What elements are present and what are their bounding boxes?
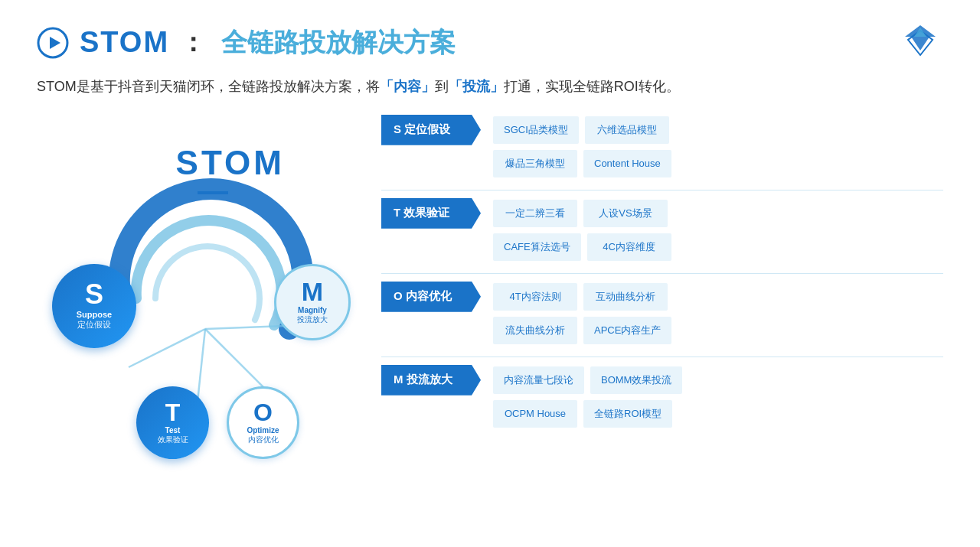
item-box-m-0-0: 内容流量七段论	[493, 366, 584, 394]
item-box-s-0-1: 六维选品模型	[585, 116, 669, 144]
circle-s-word: Suppose	[77, 310, 112, 319]
section-tag-t: T 效果验证	[381, 198, 481, 229]
section-row-t-0: T 效果验证一定二辨三看人设VS场景	[381, 198, 943, 229]
header: STOM ： 全链路投放解决方案	[37, 21, 943, 63]
header-title-stom: STOM	[80, 26, 169, 59]
items-row-s-1: 爆品三角模型Content House	[487, 150, 671, 177]
stom-dash	[198, 191, 228, 194]
item-box-s-1-0: 爆品三角模型	[493, 150, 577, 177]
item-box-o-1-1: APCE内容生产	[583, 317, 671, 344]
circle-o-letter: O	[253, 400, 273, 425]
circle-t-letter: T	[165, 400, 181, 425]
items-row-t-0: 一定二辨三看人设VS场景	[487, 200, 668, 227]
svg-line-2	[129, 329, 205, 367]
circle-m: M Magnify 投流放大	[274, 264, 351, 340]
circle-m-letter: M	[302, 278, 323, 304]
section-divider	[381, 273, 943, 274]
svg-line-3	[198, 329, 205, 402]
circle-m-meaning: 投流放大	[297, 314, 328, 325]
description: STOM是基于抖音到天猫闭环，全链路投放解决方案，将「内容」到「投流」打通，实现…	[37, 76, 943, 98]
section-group-t: T 效果验证一定二辨三看人设VS场景CAFE算法选号4C内容维度	[381, 198, 943, 261]
section-spacer-m-1	[381, 400, 481, 428]
section-group-m: M 投流放大内容流量七段论BOMM效果投流OCPM House全链路ROI模型	[381, 365, 943, 428]
page-container: STOM ： 全链路投放解决方案 STOM是基于抖音到天猫闭环，全链路投放解决方…	[0, 0, 980, 547]
item-box-s-1-1: Content House	[583, 150, 671, 177]
circle-m-word: Magnify	[298, 306, 327, 314]
logo-icon	[897, 21, 943, 63]
section-row-t-1: CAFE算法选号4C内容维度	[381, 233, 943, 261]
svg-marker-1	[50, 37, 60, 49]
item-box-s-0-0: SGCI品类模型	[493, 116, 579, 144]
item-box-m-1-0: OCPM House	[493, 400, 577, 428]
section-divider	[381, 190, 943, 190]
diagram-area: STOM S Suppose 定位假设	[37, 115, 358, 482]
circle-t-word: Test	[165, 426, 181, 435]
section-tag-o: O 内容优化	[381, 282, 481, 312]
items-row-m-1: OCPM House全链路ROI模型	[487, 400, 672, 428]
item-box-m-0-1: BOMM效果投流	[590, 366, 682, 394]
header-left: STOM ： 全链路投放解决方案	[37, 25, 456, 60]
items-row-o-1: 流失曲线分析APCE内容生产	[487, 317, 671, 344]
circle-o-meaning: 内容优化	[248, 435, 279, 445]
main-content: STOM S Suppose 定位假设	[37, 115, 943, 482]
circle-o: O Optimize 内容优化	[227, 386, 299, 459]
item-box-o-0-0: 4T内容法则	[493, 283, 577, 311]
section-spacer-t-1	[381, 233, 481, 261]
stom-label: STOM	[176, 144, 285, 182]
item-box-t-0-1: 人设VS场景	[583, 200, 668, 227]
play-icon	[37, 27, 69, 59]
circle-t-meaning: 效果验证	[158, 435, 188, 445]
section-group-o: O 内容优化4T内容法则互动曲线分析流失曲线分析APCE内容生产	[381, 282, 943, 344]
circle-t: T Test 效果验证	[136, 386, 209, 459]
desc-word1: 「内容」	[380, 79, 435, 94]
section-tag-m: M 投流放大	[381, 365, 481, 396]
items-row-m-0: 内容流量七段论BOMM效果投流	[487, 366, 682, 394]
item-box-t-0-0: 一定二辨三看	[493, 200, 577, 227]
section-row-s-1: 爆品三角模型Content House	[381, 150, 943, 177]
circle-s-meaning: 定位假设	[77, 319, 111, 330]
item-box-t-1-0: CAFE算法选号	[493, 233, 581, 261]
section-divider	[381, 357, 943, 357]
items-row-t-1: CAFE算法选号4C内容维度	[487, 233, 671, 261]
item-box-m-1-1: 全链路ROI模型	[583, 400, 672, 428]
circle-s: S Suppose 定位假设	[52, 264, 136, 348]
section-spacer-o-1	[381, 317, 481, 344]
item-box-o-0-1: 互动曲线分析	[583, 283, 668, 311]
section-row-s-0: S 定位假设SGCI品类模型六维选品模型	[381, 115, 943, 145]
items-row-o-0: 4T内容法则互动曲线分析	[487, 283, 668, 311]
section-row-o-0: O 内容优化4T内容法则互动曲线分析	[381, 282, 943, 312]
right-panel: S 定位假设SGCI品类模型六维选品模型爆品三角模型Content HouseT…	[381, 115, 943, 432]
section-row-m-0: M 投流放大内容流量七段论BOMM效果投流	[381, 365, 943, 396]
desc-text-before: STOM是基于抖音到天猫闭环，全链路投放解决方案，将	[37, 79, 380, 94]
item-box-t-1-1: 4C内容维度	[587, 233, 671, 261]
section-group-s: S 定位假设SGCI品类模型六维选品模型爆品三角模型Content House	[381, 115, 943, 177]
item-box-o-1-0: 流失曲线分析	[493, 317, 577, 344]
desc-word2: 「投流」	[449, 79, 504, 94]
section-tag-s: S 定位假设	[381, 115, 481, 145]
desc-text-after: 打通，实现全链路ROI转化。	[504, 79, 680, 94]
section-spacer-s-1	[381, 150, 481, 177]
desc-text-mid: 到	[435, 79, 449, 94]
header-subtitle: 全链路投放解决方案	[221, 25, 456, 60]
section-row-m-1: OCPM House全链路ROI模型	[381, 400, 943, 428]
section-row-o-1: 流失曲线分析APCE内容生产	[381, 317, 943, 344]
circle-o-word: Optimize	[247, 426, 279, 435]
header-colon: ：	[180, 25, 206, 60]
items-row-s-0: SGCI品类模型六维选品模型	[487, 116, 669, 144]
circle-s-letter: S	[85, 281, 103, 308]
